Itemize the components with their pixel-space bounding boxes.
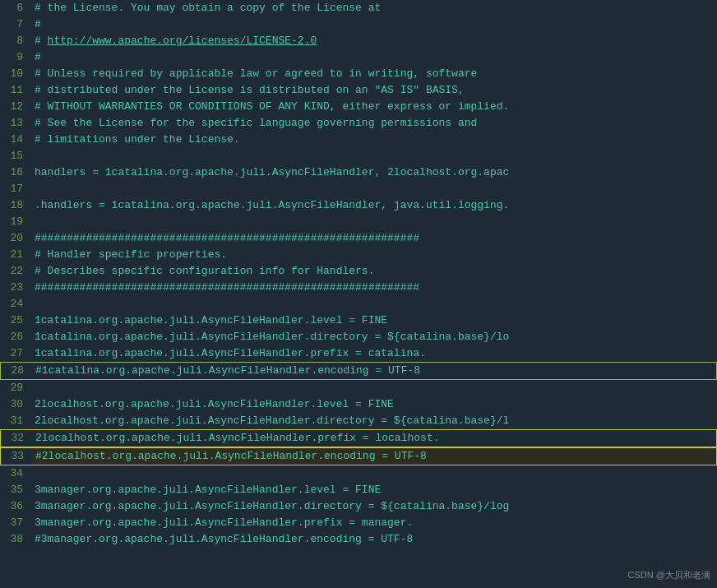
line-number: 21 [0, 247, 31, 263]
code-line: 322localhost.org.apache.juli.AsyncFileHa… [0, 429, 717, 447]
line-content: # WITHOUT WARRANTIES OR CONDITIONS OF AN… [31, 99, 717, 115]
line-content: 3manager.org.apache.juli.AsyncFileHandle… [31, 498, 717, 515]
line-number: 26 [0, 329, 31, 345]
code-line: 38#3manager.org.apache.juli.AsyncFileHan… [0, 531, 717, 548]
line-number: 22 [0, 263, 31, 280]
code-line: 14# limitations under the License. [0, 132, 717, 148]
line-number: 24 [0, 296, 31, 313]
line-number: 31 [0, 413, 31, 429]
line-number: 12 [0, 99, 31, 115]
code-line: 13# See the License for the specific lan… [0, 115, 717, 132]
line-number: 36 [0, 498, 31, 515]
line-number: 33 [1, 448, 32, 465]
line-content: 1catalina.org.apache.juli.AsyncFileHandl… [31, 345, 717, 362]
line-number: 25 [0, 313, 31, 329]
line-number: 27 [0, 345, 31, 362]
line-number: 6 [0, 0, 31, 16]
line-content: # limitations under the License. [31, 132, 717, 148]
code-line: 23######################################… [0, 280, 717, 296]
code-line: 28#1catalina.org.apache.juli.AsyncFileHa… [0, 362, 717, 380]
line-content: # Handler specific properties. [31, 247, 717, 263]
code-line: 353manager.org.apache.juli.AsyncFileHand… [0, 482, 717, 498]
line-content: 2localhost.org.apache.juli.AsyncFileHand… [31, 396, 717, 413]
code-line: 6# the License. You may obtain a copy of… [0, 0, 717, 16]
line-number: 9 [0, 49, 31, 66]
code-line: 24 [0, 296, 717, 313]
line-number: 15 [0, 148, 31, 164]
line-content [31, 296, 717, 313]
line-content: # [31, 16, 717, 33]
code-line: 22# Describes specific configuration inf… [0, 263, 717, 280]
line-content: 1catalina.org.apache.juli.AsyncFileHandl… [31, 329, 717, 345]
line-number: 16 [0, 164, 31, 181]
line-number: 29 [0, 380, 31, 396]
code-line: 17 [0, 181, 717, 197]
line-number: 20 [0, 230, 31, 247]
code-line: 261catalina.org.apache.juli.AsyncFileHan… [0, 329, 717, 345]
line-content: # distributed under the License is distr… [31, 82, 717, 99]
code-line: 302localhost.org.apache.juli.AsyncFileHa… [0, 396, 717, 413]
watermark: CSDN @大贝和老满 [628, 569, 710, 581]
line-number: 38 [0, 531, 31, 548]
line-content: # http://www.apache.org/licenses/LICENSE… [31, 33, 717, 49]
line-content [31, 465, 717, 482]
line-content: 3manager.org.apache.juli.AsyncFileHandle… [31, 515, 717, 531]
code-line: 7# [0, 16, 717, 33]
line-content [31, 148, 717, 164]
code-line: 11# distributed under the License is dis… [0, 82, 717, 99]
line-number: 34 [0, 465, 31, 482]
code-line: 19 [0, 214, 717, 230]
code-line: 34 [0, 465, 717, 482]
line-number: 37 [0, 515, 31, 531]
line-content: # Unless required by applicable law or a… [31, 66, 717, 82]
code-line: 251catalina.org.apache.juli.AsyncFileHan… [0, 313, 717, 329]
line-content [31, 380, 717, 396]
line-content: handlers = 1catalina.org.apache.juli.Asy… [31, 164, 717, 181]
line-number: 17 [0, 181, 31, 197]
code-line: 363manager.org.apache.juli.AsyncFileHand… [0, 498, 717, 515]
line-content: 2localhost.org.apache.juli.AsyncFileHand… [31, 413, 717, 429]
line-content: # [31, 49, 717, 66]
code-line: 12# WITHOUT WARRANTIES OR CONDITIONS OF … [0, 99, 717, 115]
line-number: 30 [0, 396, 31, 413]
code-line: 21# Handler specific properties. [0, 247, 717, 263]
line-number: 19 [0, 214, 31, 230]
line-number: 13 [0, 115, 31, 132]
line-number: 7 [0, 16, 31, 33]
line-number: 23 [0, 280, 31, 296]
line-number: 14 [0, 132, 31, 148]
line-number: 18 [0, 197, 31, 214]
line-number: 32 [1, 430, 32, 447]
line-content [31, 181, 717, 197]
line-content: #2localhost.org.apache.juli.AsyncFileHan… [32, 448, 716, 465]
line-content [31, 214, 717, 230]
line-content: #1catalina.org.apache.juli.AsyncFileHand… [32, 363, 716, 379]
code-line: 271catalina.org.apache.juli.AsyncFileHan… [0, 345, 717, 362]
line-number: 11 [0, 82, 31, 99]
line-content: # the License. You may obtain a copy of … [31, 0, 717, 16]
code-line: 16handlers = 1catalina.org.apache.juli.A… [0, 164, 717, 181]
code-line: 15 [0, 148, 717, 164]
line-content: 1catalina.org.apache.juli.AsyncFileHandl… [31, 313, 717, 329]
line-content: 2localhost.org.apache.juli.AsyncFileHand… [32, 430, 716, 447]
code-line: 29 [0, 380, 717, 396]
line-content: #3manager.org.apache.juli.AsyncFileHandl… [31, 531, 717, 548]
line-content: .handlers = 1catalina.org.apache.juli.As… [31, 197, 717, 214]
line-number: 35 [0, 482, 31, 498]
code-line: 18.handlers = 1catalina.org.apache.juli.… [0, 197, 717, 214]
line-content: # Describes specific configuration info … [31, 263, 717, 280]
code-editor: 6# the License. You may obtain a copy of… [0, 0, 717, 588]
code-line: 10# Unless required by applicable law or… [0, 66, 717, 82]
line-content: 3manager.org.apache.juli.AsyncFileHandle… [31, 482, 717, 498]
line-number: 28 [1, 363, 32, 379]
line-number: 8 [0, 33, 31, 49]
line-content: # See the License for the specific langu… [31, 115, 717, 132]
code-line: 312localhost.org.apache.juli.AsyncFileHa… [0, 413, 717, 429]
code-line: 20######################################… [0, 230, 717, 247]
line-content: ########################################… [31, 230, 717, 247]
line-number: 10 [0, 66, 31, 82]
code-line: 373manager.org.apache.juli.AsyncFileHand… [0, 515, 717, 531]
code-line: 33#2localhost.org.apache.juli.AsyncFileH… [0, 447, 717, 465]
code-line: 8# http://www.apache.org/licenses/LICENS… [0, 33, 717, 49]
code-line: 9# [0, 49, 717, 66]
